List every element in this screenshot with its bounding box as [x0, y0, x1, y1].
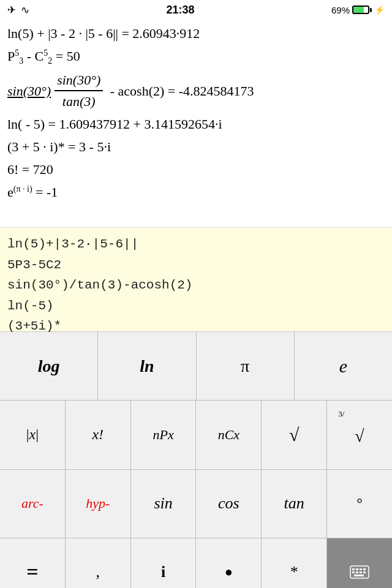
charging-icon: ⚡ — [374, 5, 385, 15]
input-line-3: sin(30°)/tan(3)-acosh(2) — [7, 275, 385, 296]
sin-key[interactable]: sin — [131, 470, 197, 538]
svg-rect-4 — [363, 568, 366, 570]
factorial-key[interactable]: x! — [66, 401, 131, 469]
battery-icon — [352, 6, 372, 14]
svg-rect-8 — [363, 571, 366, 573]
result-line-4: ln( - 5) = 1.609437912 + 3.141592654·i — [7, 114, 385, 134]
result-line-7: e(π · i) = -1 — [7, 182, 385, 202]
hyp-key[interactable]: hyp- — [66, 470, 131, 538]
conjugate-key[interactable]: * — [262, 538, 327, 588]
wifi-icon: ∿ — [21, 4, 29, 17]
sqrt-key[interactable]: √ — [262, 401, 327, 469]
abs-key[interactable]: |x| — [0, 401, 66, 469]
key-row-3: arc- hyp- sin cos tan ° — [0, 470, 392, 538]
ln-key[interactable]: ln — [98, 332, 196, 400]
status-right: 69% ⚡ — [331, 5, 385, 15]
imaginary-key[interactable]: i — [131, 538, 197, 588]
status-time: 21:38 — [166, 4, 194, 17]
svg-rect-6 — [356, 571, 358, 573]
results-area: ln(5) + |3 - 2 · |5 - 6|| = 2.60943·912 … — [0, 20, 392, 228]
svg-rect-3 — [360, 568, 362, 570]
keyboard-toggle-key[interactable] — [327, 538, 392, 588]
bullet-key[interactable]: ● — [196, 538, 262, 588]
equals-key[interactable]: = — [0, 538, 66, 588]
key-row-1: log ln π e — [0, 332, 392, 401]
log-key[interactable]: log — [0, 332, 98, 400]
result-line-2: P53 - C52 = 50 — [7, 46, 385, 67]
result-line-5: (3 + 5 · i)* = 3 - 5·i — [7, 137, 385, 157]
result-line-6: 6! = 720 — [7, 159, 385, 179]
keyboard-icon — [350, 565, 369, 579]
battery-percent: 69% — [331, 5, 350, 15]
input-area[interactable]: ln(5)+|3-2·|5-6|| 5P3-5C2 sin(30°)/tan(3… — [0, 228, 392, 332]
degree-key[interactable]: ° — [327, 470, 392, 538]
cbrt-key[interactable]: 3/ √ — [327, 401, 392, 469]
input-line-1: ln(5)+|3-2·|5-6|| — [7, 234, 385, 255]
arc-key[interactable]: arc- — [0, 470, 66, 538]
comma-key[interactable]: , — [66, 538, 131, 588]
key-row-2: |x| x! nPx nCx √ 3/ √ — [0, 401, 392, 469]
key-row-4: = , i ● * — [0, 538, 392, 588]
pi-key[interactable]: π — [197, 332, 295, 400]
svg-rect-5 — [352, 571, 355, 573]
svg-rect-7 — [360, 571, 362, 573]
input-line-2: 5P3-5C2 — [7, 255, 385, 276]
e-key[interactable]: e — [295, 332, 392, 400]
svg-rect-1 — [352, 568, 355, 570]
airplane-icon: ✈ — [7, 4, 16, 17]
svg-rect-2 — [356, 568, 358, 570]
svg-rect-9 — [354, 575, 364, 576]
status-bar: ✈ ∿ 21:38 69% ⚡ — [0, 0, 392, 20]
result-line-1: ln(5) + |3 - 2 · |5 - 6|| = 2.60943·912 — [7, 23, 385, 43]
tan-key[interactable]: tan — [262, 470, 327, 538]
status-left: ✈ ∿ — [7, 4, 29, 17]
result-line-3: sin(30°) sin(30°) tan(3) - acosh(2) = -4… — [7, 70, 385, 111]
ncx-key[interactable]: nCx — [196, 401, 262, 469]
fraction-display: sin(30°) tan(3) — [55, 70, 103, 111]
input-line-4: ln(-5) — [7, 296, 385, 317]
cos-key[interactable]: cos — [196, 470, 262, 538]
npx-key[interactable]: nPx — [131, 401, 197, 469]
keyboard: log ln π e |x| x! nPx nCx √ 3/ √ arc- hy… — [0, 332, 392, 588]
